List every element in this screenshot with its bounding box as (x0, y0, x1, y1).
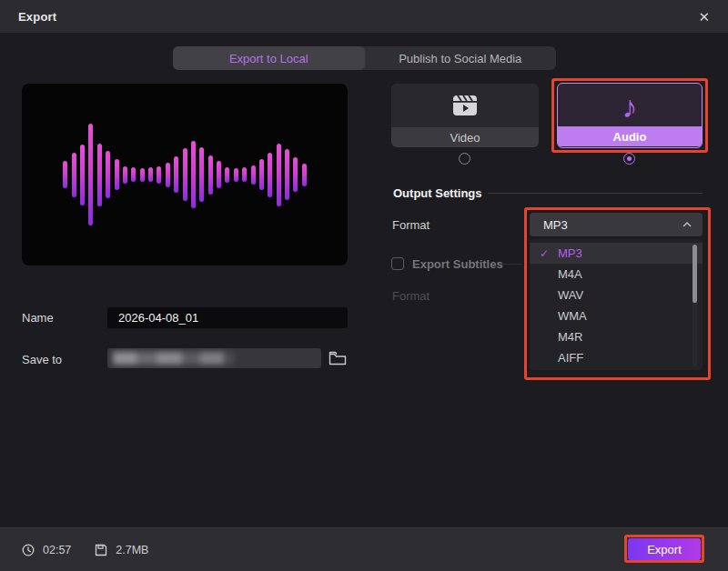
export-dialog: Export ✕ Export to Local Publish to Soci… (0, 0, 728, 571)
music-note-icon: ♪ (622, 91, 638, 122)
dropdown-option-mp3[interactable]: ✓ MP3 (530, 243, 703, 264)
scrollbar-thumb[interactable] (693, 245, 697, 303)
dropdown-option-aiff[interactable]: AIFF (530, 347, 703, 368)
export-subtitles-checkbox[interactable] (391, 257, 404, 270)
format-select[interactable]: MP3 (530, 213, 703, 236)
audio-radio-button[interactable] (623, 153, 635, 165)
option-label: AIFF (558, 351, 583, 365)
tab-export-to-local[interactable]: Export to Local (173, 46, 365, 70)
export-button[interactable]: Export (628, 538, 701, 560)
format-label: Format (392, 218, 430, 232)
audio-type-card[interactable]: ♪ Audio (557, 83, 703, 148)
check-icon: ✓ (540, 247, 558, 260)
video-label: Video (391, 127, 539, 147)
redacted-path (113, 352, 235, 365)
save-to-input[interactable] (107, 348, 321, 368)
subtitles-divider (502, 264, 522, 265)
dialog-title: Export (18, 10, 56, 24)
subtitle-format-label: Format (392, 289, 430, 303)
duration-clock-icon (22, 544, 35, 556)
dropdown-option-wma[interactable]: WMA (530, 306, 703, 326)
file-size-disk-icon (95, 544, 107, 556)
format-dropdown-list: ✓ MP3 M4A WAV WMA M4R AIFF (530, 239, 703, 370)
dropdown-option-wav[interactable]: WAV (530, 285, 703, 306)
option-label: MP3 (558, 246, 582, 260)
duration-value: 02:57 (43, 544, 71, 556)
name-label: Name (22, 311, 54, 325)
audio-label: Audio (558, 126, 702, 146)
audio-preview (22, 84, 348, 265)
video-clapper-icon (451, 94, 479, 117)
video-type-card[interactable]: Video (391, 84, 539, 147)
video-radio-button[interactable] (459, 153, 470, 165)
close-icon[interactable]: ✕ (694, 8, 713, 25)
chevron-up-icon (682, 222, 692, 227)
name-input[interactable] (107, 307, 348, 328)
tab-publish-to-social-media[interactable]: Publish to Social Media (365, 46, 557, 70)
option-label: WAV (558, 288, 583, 302)
dropdown-option-m4a[interactable]: M4A (530, 264, 703, 285)
option-label: WMA (558, 309, 587, 323)
browse-folder-icon[interactable] (329, 351, 347, 366)
output-settings-title: Output Settings (393, 186, 482, 200)
footer-bar: 02:57 2.7MB (0, 527, 728, 571)
export-destination-tabs: Export to Local Publish to Social Media (173, 46, 556, 70)
dropdown-scrollbar[interactable] (693, 245, 697, 366)
save-to-label: Save to (22, 353, 62, 366)
option-label: M4R (558, 330, 582, 344)
export-subtitles-label: Export Subtitles (412, 257, 503, 271)
format-selected-value: MP3 (543, 218, 568, 232)
section-divider (488, 193, 703, 194)
title-bar: Export ✕ (0, 0, 728, 33)
waveform-visualization (61, 84, 308, 265)
dropdown-option-m4r[interactable]: M4R (530, 326, 703, 347)
option-label: M4A (558, 267, 582, 281)
file-size-value: 2.7MB (116, 544, 148, 556)
